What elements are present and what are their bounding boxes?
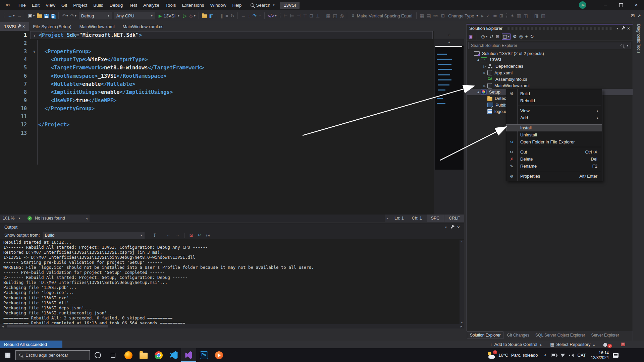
add-table-icon[interactable]: ⊞ [498, 11, 504, 20]
tool-tab-solution-explorer[interactable]: Solution Explorer [467, 331, 503, 339]
search-control[interactable]: Search ▾ [251, 3, 274, 8]
horizontal-scrollbar[interactable] [90, 215, 385, 222]
battery-icon[interactable] [550, 351, 558, 360]
start-button[interactable] [0, 348, 15, 362]
tree-item-app-xaml[interactable]: ▷App.xaml [467, 70, 633, 76]
menu-item-properties[interactable]: ⚙PropertiesAlt+Enter [506, 173, 602, 180]
new-query-icon[interactable]: ▧ [540, 11, 546, 20]
live-visual-tree-icon[interactable]: ◧ [208, 11, 215, 20]
show-all-files-icon[interactable]: ◫▾ [502, 34, 511, 40]
menu-view[interactable]: View [43, 0, 58, 10]
close-button[interactable]: × [629, 0, 644, 10]
weather-icon[interactable]: 1 [487, 351, 496, 359]
timestamp-icon[interactable]: ◷ [205, 233, 211, 238]
restore-button[interactable] [613, 0, 629, 10]
menu-item-rename[interactable]: ✎RenameF2 [506, 163, 602, 170]
tab-mainwindow-xaml[interactable]: MainWindow.xaml [75, 22, 119, 31]
query-designer-icon[interactable]: ◨ [533, 11, 540, 20]
weather-temperature[interactable]: 16°C [498, 353, 508, 358]
menu-item-build[interactable]: ⚒Build [506, 90, 602, 97]
pause-icon[interactable]: ∥ [220, 11, 224, 20]
step-over-icon[interactable]: ↷ [252, 11, 258, 20]
restart-icon[interactable]: ↻ [229, 11, 235, 20]
health-indicator[interactable]: No issues found [35, 216, 65, 221]
previous-message-icon[interactable]: ← [165, 233, 171, 238]
menu-edit[interactable]: Edit [29, 0, 43, 10]
menu-build[interactable]: Build [90, 0, 106, 10]
taskbar-app-firefox[interactable] [121, 348, 136, 362]
solution-explorer-header[interactable]: Solution Explorer ▾ × [467, 24, 633, 32]
toolbar-grip[interactable] [279, 13, 281, 19]
menu-test[interactable]: Test [126, 0, 140, 10]
pin-icon[interactable] [450, 226, 453, 229]
scroll-right-icon[interactable]: ▸ [385, 217, 390, 220]
menu-extensions[interactable]: Extensions [179, 0, 207, 10]
word-wrap-icon[interactable]: ↵ [197, 233, 202, 238]
menu-item-rebuild[interactable]: Rebuild [506, 97, 602, 104]
tree-item-solution-13vsi-2-of-2-projects-[interactable]: Solution '13VSI' (2 of 2 projects) [467, 50, 633, 57]
code-line[interactable]: 11 [0, 113, 464, 121]
tree-item-dependencies[interactable]: ▷Dependencies [467, 63, 633, 69]
snap-grid-icon[interactable]: ▦ [325, 11, 331, 20]
new-project-icon[interactable]: ▣▾ [27, 11, 36, 20]
taskbar-app-chrome[interactable] [151, 348, 166, 362]
switch-between-views-icon[interactable]: ▣ [469, 34, 473, 39]
scroll-left-icon[interactable]: ◂ [84, 217, 90, 220]
outline-icon[interactable]: ≔ [491, 11, 498, 20]
expander-closed-icon[interactable]: ▷ [482, 65, 487, 68]
code-editor[interactable]: 1∨<Project Sdk="Microsoft.NET.Sdk">23∨ <… [0, 31, 464, 215]
editor-scrollbar-map[interactable]: ÷ ▲ [434, 31, 464, 215]
refresh-icon[interactable]: ↻ [530, 34, 534, 39]
code-line[interactable]: 7 <Nullable>enable</Nullable> [0, 80, 464, 88]
tab-mainwindow-xaml-cs[interactable]: MainWindow.xaml.cs [119, 22, 167, 31]
line-indicator[interactable]: Ln: 1 [390, 216, 408, 221]
toolbar-grip[interactable] [3, 13, 5, 19]
clear-all-icon[interactable]: ⊠ [188, 233, 194, 238]
taskbar-app-photoshop[interactable] [196, 348, 211, 362]
spaces-indicator[interactable]: SPC [427, 215, 444, 222]
preview-selected-items-icon[interactable]: ◎ [519, 34, 523, 39]
align-tops-icon[interactable]: ⊤ [302, 11, 308, 20]
tree-item-assemblyinfo-cs[interactable]: AssemblyInfo.cs [467, 76, 633, 82]
menu-window[interactable]: Window [207, 0, 229, 10]
tab-13vsi[interactable]: 13VSI× [0, 22, 29, 31]
cortana-button[interactable] [90, 348, 105, 362]
line-ending-indicator[interactable]: CRLF [444, 215, 464, 222]
taskbar-search[interactable]: Escriu aquí per cercar [15, 350, 90, 360]
menu-item-delete[interactable]: ✗DeleteDel [506, 156, 602, 163]
close-icon[interactable]: × [22, 24, 25, 28]
datagrid-icon[interactable]: ▦ [419, 11, 425, 20]
primary-key-icon[interactable]: ✶ [509, 11, 516, 20]
tab-file-system-setup-[interactable]: File System (Setup) [29, 22, 75, 31]
avatar[interactable]: JF [579, 1, 586, 9]
add-new-item-icon[interactable]: + [525, 34, 528, 39]
platform-combo[interactable]: Any CPU▾ [114, 12, 155, 19]
menu-item-uninstall[interactable]: Uninstall [506, 131, 602, 138]
hidden-icons-chevron[interactable]: ∧ [541, 351, 550, 360]
align-middles-icon[interactable]: ⊟ [308, 11, 314, 20]
select-repository-button[interactable]: ▦ Select Repository ▴ [550, 342, 595, 347]
dataset-icon[interactable]: ▤ [426, 11, 432, 20]
menu-item-add[interactable]: Add▸ [506, 114, 602, 121]
nav-forward-icon[interactable]: → [16, 11, 23, 20]
find-in-files-icon[interactable] [201, 11, 208, 20]
stop-icon[interactable]: ■ [224, 11, 229, 20]
fold-collapse-icon[interactable]: ∨ [31, 34, 39, 37]
verify-sql-icon[interactable]: ✓ [485, 11, 491, 20]
align-centers-icon[interactable]: ⊨ [289, 11, 295, 20]
zoom-icon[interactable]: ◎ [339, 11, 345, 20]
next-message-icon[interactable]: → [174, 233, 180, 238]
table-icon[interactable]: ⊞ [440, 11, 446, 20]
code-line[interactable]: 2 [0, 39, 464, 47]
menu-item-view[interactable]: View▸ [506, 107, 602, 114]
notifications-button[interactable]: 2 [603, 341, 612, 348]
redo-icon[interactable]: ↷▾ [69, 11, 77, 20]
chevron-down-icon[interactable]: ▾ [445, 226, 447, 229]
code-line[interactable]: 5 <TargetFramework>net8.0-windows</Targe… [0, 64, 464, 72]
chevron-down-icon[interactable]: ▾ [616, 27, 618, 30]
align-lefts-icon[interactable]: ⊢ [283, 11, 289, 20]
weather-description[interactable]: Parc. soleado [511, 353, 538, 358]
code-line[interactable]: 6 <RootNamespace>_13VSI</RootNamespace> [0, 72, 464, 80]
language-indicator[interactable]: CAT [578, 353, 586, 358]
hot-reload-icon[interactable]: ♨▾ [188, 11, 197, 20]
